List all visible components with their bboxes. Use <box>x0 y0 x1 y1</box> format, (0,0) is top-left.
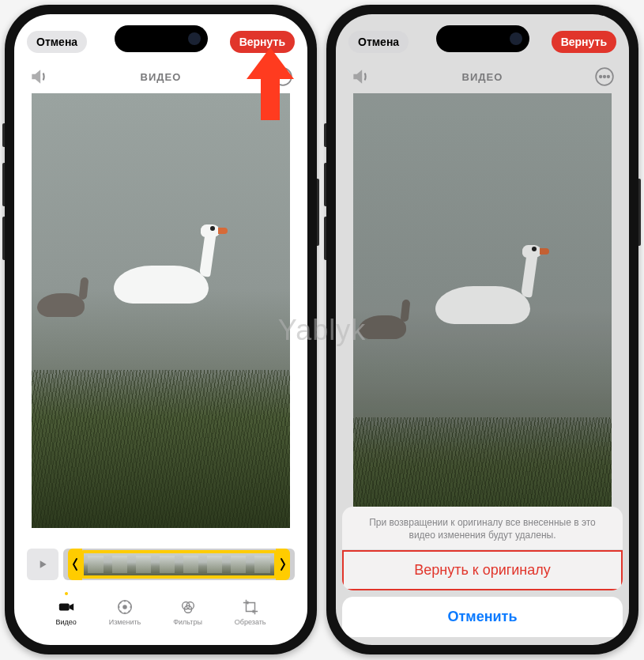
svg-point-1 <box>278 76 281 78</box>
timeline-thumbnails <box>81 550 277 579</box>
action-sheet: При возвращении к оригиналу все внесенны… <box>342 507 623 637</box>
svg-point-3 <box>286 76 288 78</box>
phone-left: Отмена Вернуть ВИДЕО <box>5 5 317 654</box>
cancel-button[interactable]: Отмена <box>27 31 87 53</box>
play-button[interactable] <box>27 549 58 580</box>
tool-label: Фильтры <box>173 618 202 626</box>
swan-grey-graphic <box>359 315 406 339</box>
tool-label: Изменить <box>109 618 141 626</box>
swan-white-graphic <box>114 266 209 304</box>
revert-button[interactable]: Вернуть <box>230 31 295 53</box>
svg-point-12 <box>604 76 606 78</box>
svg-rect-4 <box>58 603 69 610</box>
svg-point-11 <box>600 76 602 78</box>
dynamic-island <box>436 25 529 52</box>
dynamic-island <box>115 25 208 52</box>
action-sheet-cancel-button[interactable]: Отменить <box>342 597 623 637</box>
trim-handle-right[interactable] <box>276 549 290 580</box>
svg-point-2 <box>282 76 284 78</box>
video-preview[interactable] <box>353 93 612 575</box>
swan-white-graphic <box>435 286 530 324</box>
revert-button[interactable]: Вернуть <box>552 31 616 53</box>
swan-grey-graphic <box>37 293 85 317</box>
volume-icon[interactable] <box>350 66 371 87</box>
video-preview[interactable] <box>32 93 290 528</box>
editor-toolbar: Видео Изменить Фильтры <box>14 590 307 634</box>
trim-timeline[interactable] <box>63 549 295 580</box>
volume-icon[interactable] <box>28 66 49 87</box>
screen-left: Отмена Вернуть ВИДЕО <box>14 14 307 645</box>
section-title: ВИДЕО <box>141 71 182 83</box>
tool-crop[interactable]: Обрезать <box>235 598 266 626</box>
tool-filters[interactable]: Фильтры <box>173 598 202 626</box>
more-icon[interactable] <box>594 66 615 87</box>
grass-graphic <box>32 370 290 528</box>
svg-point-6 <box>123 605 126 608</box>
section-title: ВИДЕО <box>462 71 503 83</box>
svg-point-13 <box>608 76 610 78</box>
revert-to-original-button[interactable]: Вернуть к оригиналу <box>342 549 623 590</box>
action-sheet-message: При возвращении к оригиналу все внесенны… <box>342 507 623 549</box>
tool-label: Видео <box>55 618 76 626</box>
cancel-button[interactable]: Отмена <box>348 31 409 53</box>
tool-adjust[interactable]: Изменить <box>109 598 141 626</box>
phone-right: Отмена Вернуть ВИДЕО <box>326 5 638 654</box>
tool-video[interactable]: Видео <box>55 598 76 626</box>
tool-label: Обрезать <box>235 618 266 626</box>
screen-right: Отмена Вернуть ВИДЕО <box>336 14 629 645</box>
more-icon[interactable] <box>273 66 293 87</box>
